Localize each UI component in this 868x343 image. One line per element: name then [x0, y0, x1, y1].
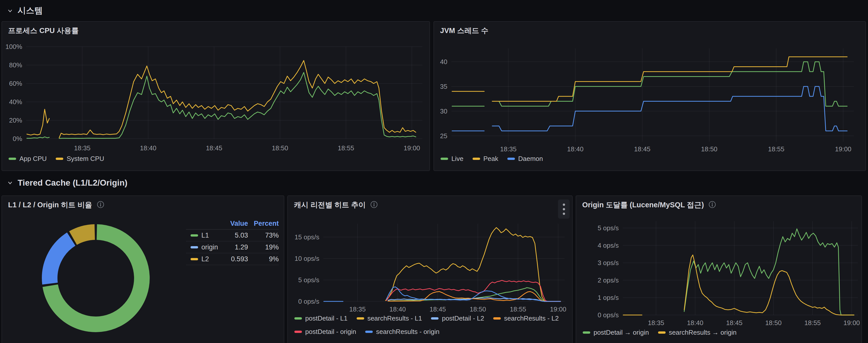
svg-text:19:00: 19:00 — [835, 145, 851, 153]
legend-item[interactable]: App CPU — [8, 155, 46, 163]
jvm-chart[interactable]: 18:3518:4018:4518:5018:5519:0025303540 — [434, 22, 866, 171]
info-icon[interactable] — [97, 201, 104, 209]
legend-item[interactable]: searchResults - L1 — [356, 314, 422, 322]
origin-reach-chart[interactable]: 18:3518:4018:4518:5018:5519:000 ops/s1 o… — [576, 196, 862, 343]
panel-title[interactable]: JVM 스레드 수 — [440, 26, 489, 36]
svg-text:19:00: 19:00 — [550, 306, 566, 313]
cache-hits-legend: postDetail - L1searchResults - L1postDet… — [294, 314, 568, 336]
svg-text:18:40: 18:40 — [140, 144, 156, 152]
section-title: 시스템 — [18, 5, 43, 17]
svg-text:0%: 0% — [12, 135, 22, 143]
info-icon[interactable] — [709, 201, 716, 209]
legend-item[interactable]: searchResults - L2 — [493, 314, 559, 322]
svg-text:40%: 40% — [9, 98, 22, 106]
hit-ratio-table: Value Percent L1 5.03 73% origin 1.29 19… — [186, 218, 279, 265]
svg-text:30: 30 — [440, 108, 447, 115]
table-header-row: Value Percent — [186, 218, 279, 229]
svg-text:18:45: 18:45 — [430, 306, 446, 313]
svg-text:5 ops/s: 5 ops/s — [597, 224, 619, 232]
svg-text:18:40: 18:40 — [687, 319, 704, 326]
panel-jvm-threads: JVM 스레드 수 18:3518:4018:4518:5018:5519:00… — [434, 21, 866, 171]
svg-text:100%: 100% — [5, 43, 23, 51]
chevron-down-icon — [6, 179, 13, 187]
svg-text:18:55: 18:55 — [510, 306, 526, 313]
svg-text:18:50: 18:50 — [272, 144, 288, 152]
svg-text:10 ops/s: 10 ops/s — [294, 255, 319, 262]
chevron-down-icon — [6, 7, 13, 15]
origin-reach-legend: postDetail → originsearchResults → origi… — [583, 328, 745, 337]
table-row[interactable]: origin 1.29 19% — [186, 241, 279, 253]
info-icon[interactable] — [370, 201, 378, 209]
svg-text:18:50: 18:50 — [765, 319, 781, 326]
legend-item[interactable]: Live — [440, 155, 464, 163]
series-chip — [190, 246, 198, 249]
cpu-chart[interactable]: 18:3518:4018:4518:5018:5519:000%20%40%60… — [2, 22, 430, 171]
svg-text:25: 25 — [440, 132, 447, 140]
panel-title[interactable]: L1 / L2 / Origin 히트 비율 — [8, 200, 92, 210]
jvm-legend: LivePeakDaemon — [440, 155, 552, 163]
svg-text:5 ops/s: 5 ops/s — [298, 276, 319, 284]
legend-item[interactable]: postDetail - L1 — [294, 314, 347, 322]
svg-text:18:35: 18:35 — [648, 319, 664, 326]
svg-text:2 ops/s: 2 ops/s — [597, 277, 619, 284]
svg-text:1 ops/s: 1 ops/s — [597, 294, 619, 302]
column-header-percent[interactable]: Percent — [248, 220, 279, 228]
section-header-tiered-cache[interactable]: Tiered Cache (L1/L2/Origin) — [6, 178, 127, 188]
svg-text:18:50: 18:50 — [470, 306, 486, 313]
legend-item[interactable]: searchResults - origin — [365, 328, 439, 336]
panel-title[interactable]: 프로세스 CPU 사용률 — [8, 26, 79, 36]
svg-text:18:45: 18:45 — [634, 145, 651, 153]
svg-text:3 ops/s: 3 ops/s — [597, 259, 619, 266]
svg-text:18:35: 18:35 — [74, 144, 91, 152]
section-title: Tiered Cache (L1/L2/Origin) — [18, 178, 127, 188]
series-chip — [190, 234, 198, 236]
panel-process-cpu: 프로세스 CPU 사용률 18:3518:4018:4518:5018:5519… — [1, 21, 430, 171]
panel-origin-reach: Origin 도달률 (Lucene/MySQL 접근) 18:3518:401… — [576, 196, 862, 343]
legend-item[interactable]: searchResults → origin — [658, 328, 737, 337]
panel-menu-kebab-icon[interactable] — [558, 200, 569, 219]
svg-text:20%: 20% — [9, 116, 22, 124]
svg-text:18:55: 18:55 — [338, 144, 354, 152]
legend-item[interactable]: postDetail - origin — [294, 328, 356, 336]
svg-text:18:45: 18:45 — [206, 144, 222, 152]
section-header-system[interactable]: 시스템 — [6, 5, 43, 17]
legend-item[interactable]: postDetail → origin — [583, 328, 649, 337]
panel-title[interactable]: 캐시 리전별 히트 추이 — [294, 200, 366, 210]
legend-item[interactable]: Daemon — [507, 155, 543, 163]
svg-text:0 ops/s: 0 ops/s — [597, 311, 619, 319]
svg-text:80%: 80% — [9, 61, 22, 69]
legend-item[interactable]: System CPU — [56, 155, 104, 163]
svg-text:18:50: 18:50 — [701, 145, 717, 153]
panel-hit-ratio: L1 / L2 / Origin 히트 비율 Value Percent L1 … — [1, 196, 284, 343]
panel-title[interactable]: Origin 도달률 (Lucene/MySQL 접근) — [582, 200, 704, 210]
legend-item[interactable]: Peak — [472, 155, 498, 163]
svg-text:18:40: 18:40 — [390, 306, 406, 313]
cpu-legend: App CPUSystem CPU — [8, 155, 113, 163]
legend-item[interactable]: postDetail - L2 — [431, 314, 484, 322]
svg-text:19:00: 19:00 — [404, 144, 420, 152]
svg-text:15 ops/s: 15 ops/s — [294, 233, 319, 241]
svg-text:19:00: 19:00 — [843, 319, 860, 326]
svg-text:60%: 60% — [9, 80, 22, 87]
svg-text:18:55: 18:55 — [804, 319, 820, 326]
svg-text:18:55: 18:55 — [768, 145, 784, 153]
svg-text:18:45: 18:45 — [726, 319, 743, 326]
svg-text:0 ops/s: 0 ops/s — [298, 297, 319, 305]
column-header-value[interactable]: Value — [220, 220, 248, 228]
svg-text:18:35: 18:35 — [500, 145, 517, 153]
svg-text:40: 40 — [440, 58, 447, 65]
table-row[interactable]: L1 5.03 73% — [186, 229, 279, 241]
svg-text:35: 35 — [440, 83, 447, 90]
svg-text:18:35: 18:35 — [349, 306, 366, 313]
svg-text:4 ops/s: 4 ops/s — [597, 241, 619, 249]
svg-text:18:40: 18:40 — [567, 145, 584, 153]
table-row[interactable]: L2 0.593 9% — [186, 253, 279, 265]
series-chip — [190, 258, 198, 260]
panel-cache-region-hits: 캐시 리전별 히트 추이 18:3518:4018:4518:5018:5519… — [287, 196, 572, 343]
